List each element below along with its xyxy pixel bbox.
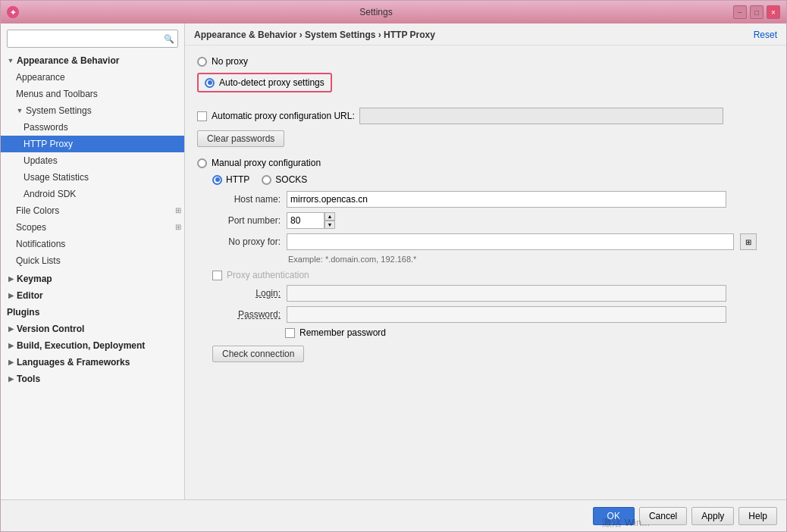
auto-config-url-field[interactable]: [359, 108, 723, 124]
sidebar-item-http-proxy[interactable]: HTTP Proxy: [1, 136, 184, 152]
expand-arrow: ▶: [7, 322, 14, 336]
sidebar-item-scopes[interactable]: Scopes ⊞: [1, 219, 184, 236]
sidebar-item-label: Quick Lists: [16, 254, 61, 268]
example-text: Example: *.domain.com, 192.168.*: [288, 255, 774, 264]
sidebar-item-label: Usage Statistics: [24, 171, 89, 184]
password-row: Password:: [212, 306, 774, 323]
sidebar-item-label: Menus and Toolbars: [16, 87, 98, 101]
sidebar-item-usage-statistics[interactable]: Usage Statistics: [1, 169, 184, 186]
sidebar-item-system-settings[interactable]: ▼ System Settings: [1, 102, 184, 119]
http-option: HTTP: [212, 174, 249, 185]
sidebar-item-label: Build, Execution, Deployment: [17, 339, 145, 352]
port-up-button[interactable]: ▲: [325, 212, 335, 221]
http-radio[interactable]: [212, 175, 222, 185]
port-field[interactable]: [287, 212, 325, 229]
expand-arrow: ▶: [7, 339, 14, 352]
proxy-auth-checkbox[interactable]: [212, 271, 222, 280]
sidebar-item-menus-toolbars[interactable]: Menus and Toolbars: [1, 86, 184, 102]
manual-proxy-label: Manual proxy configuration: [212, 158, 321, 168]
sidebar-item-android-sdk[interactable]: Android SDK: [1, 186, 184, 202]
sidebar-item-label: System Settings: [26, 104, 92, 117]
port-label: Port number:: [212, 215, 281, 226]
reset-link[interactable]: Reset: [754, 30, 777, 40]
sidebar-item-editor[interactable]: ▶ Editor: [1, 287, 184, 304]
sidebar-item-tools[interactable]: ▶ Tools: [1, 371, 184, 387]
sidebar-item-label: Updates: [24, 154, 58, 167]
sidebar-item-label: Scopes: [16, 221, 46, 234]
sidebar-item-version-control[interactable]: ▶ Version Control: [1, 321, 184, 337]
maximize-button[interactable]: □: [750, 5, 763, 19]
no-proxy-for-label: No proxy for:: [212, 236, 281, 247]
sidebar-item-file-colors[interactable]: File Colors ⊞: [1, 202, 184, 219]
sidebar-item-label: Keymap: [17, 272, 52, 286]
sidebar-item-passwords[interactable]: Passwords: [1, 119, 184, 136]
settings-panel: No proxy Auto-detect proxy settings Auto…: [185, 45, 786, 499]
sidebar-item-quick-lists[interactable]: Quick Lists: [1, 252, 184, 269]
minimize-button[interactable]: −: [733, 5, 747, 19]
sidebar-item-updates[interactable]: Updates: [1, 152, 184, 169]
sidebar-item-label: Version Control: [17, 322, 84, 336]
port-down-button[interactable]: ▼: [325, 221, 335, 229]
remember-password-label: Remember password: [299, 327, 386, 338]
http-label: HTTP: [226, 174, 249, 185]
proxy-auth-label: Proxy authentication: [227, 270, 309, 280]
sidebar-item-label: Editor: [17, 289, 43, 302]
clear-passwords-button[interactable]: Clear passwords: [197, 130, 284, 147]
expand-arrow: ▶: [7, 272, 14, 286]
title-bar: ✦ Settings − □ ×: [1, 1, 786, 23]
sidebar-item-appearance-behavior[interactable]: ▼ Appearance & Behavior: [1, 52, 184, 69]
window-title: Settings: [19, 7, 733, 17]
content-area: 🔍 ▼ Appearance & Behavior Appearance Men…: [1, 23, 786, 499]
sidebar-item-label: Passwords: [24, 120, 68, 134]
main-content: Appearance & Behavior › System Settings …: [185, 23, 786, 499]
apply-button[interactable]: Apply: [691, 507, 734, 525]
auto-config-row: Automatic proxy configuration URL:: [197, 108, 774, 124]
check-connection-row: Check connection: [212, 346, 774, 362]
sidebar-item-label: Languages & Frameworks: [17, 355, 130, 369]
host-field[interactable]: [287, 191, 726, 208]
help-button[interactable]: Help: [738, 507, 777, 525]
auto-config-checkbox[interactable]: [197, 111, 207, 121]
login-field[interactable]: [287, 285, 726, 302]
port-row: Port number: ▲ ▼: [212, 212, 774, 229]
no-proxy-for-field[interactable]: [287, 233, 734, 250]
search-input[interactable]: [7, 30, 178, 48]
sidebar-item-label: Appearance & Behavior: [17, 54, 119, 67]
login-label: Login:: [212, 288, 281, 299]
host-label: Host name:: [212, 194, 281, 205]
sidebar-item-appearance[interactable]: Appearance: [1, 69, 184, 86]
close-button[interactable]: ×: [767, 5, 780, 19]
login-row: Login:: [212, 285, 774, 302]
watermark: 激活 Win...: [602, 516, 650, 530]
no-proxy-row: No proxy: [197, 56, 774, 67]
remember-password-row: Remember password: [285, 327, 774, 338]
host-row: Host name:: [212, 191, 774, 208]
manual-proxy-row: Manual proxy configuration: [197, 158, 774, 168]
auto-detect-container: Auto-detect proxy settings: [197, 73, 774, 100]
sidebar-item-build-execution[interactable]: ▶ Build, Execution, Deployment: [1, 337, 184, 354]
sidebar-item-languages-frameworks[interactable]: ▶ Languages & Frameworks: [1, 354, 184, 371]
sidebar-item-notifications[interactable]: Notifications: [1, 236, 184, 252]
sidebar-item-plugins[interactable]: Plugins: [1, 304, 184, 321]
auto-detect-radio[interactable]: [205, 78, 215, 88]
check-connection-button[interactable]: Check connection: [212, 346, 304, 362]
sidebar-item-keymap[interactable]: ▶ Keymap: [1, 271, 184, 287]
protocol-row: HTTP SOCKS: [212, 174, 774, 185]
expand-arrow: ▶: [7, 289, 14, 302]
auto-config-label: Automatic proxy configuration URL:: [212, 111, 355, 121]
browse-button[interactable]: ⊞: [740, 233, 757, 250]
remember-password-checkbox[interactable]: [285, 328, 295, 338]
bottom-bar: 激活 Win... OK Cancel Apply Help: [1, 499, 786, 531]
password-label: Password:: [212, 309, 281, 320]
expand-arrow: ▶: [7, 355, 14, 369]
manual-proxy-radio[interactable]: [197, 158, 207, 168]
port-spinner-buttons: ▲ ▼: [325, 212, 335, 229]
password-field[interactable]: [287, 306, 726, 323]
no-proxy-label: No proxy: [212, 56, 248, 67]
sidebar-item-label: Appearance: [16, 70, 65, 84]
no-proxy-radio[interactable]: [197, 57, 207, 67]
sidebar-item-label: Tools: [17, 372, 40, 386]
breadcrumb-bar: Appearance & Behavior › System Settings …: [185, 23, 786, 45]
scopes-icon: ⊞: [175, 221, 181, 234]
socks-radio[interactable]: [262, 175, 271, 185]
